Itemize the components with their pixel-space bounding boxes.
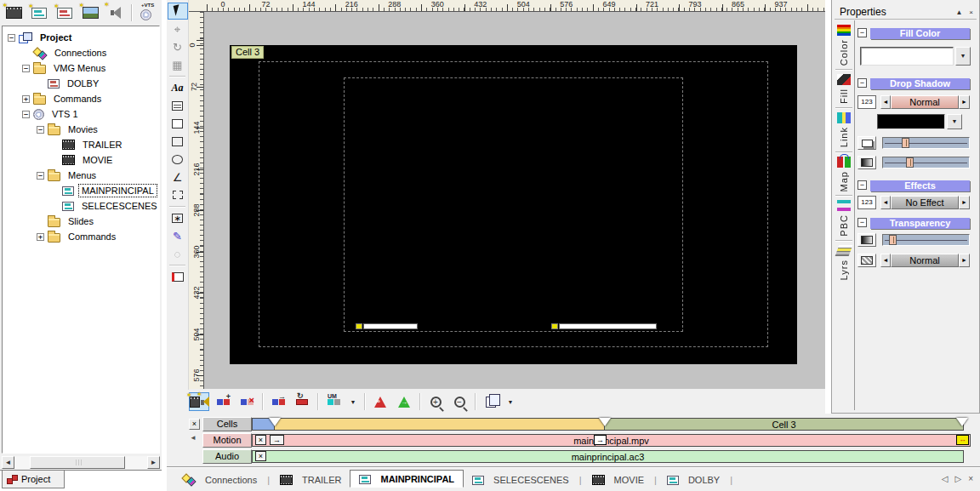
shadow-mode-value[interactable]: Normal [891,95,959,109]
transparency-slider[interactable] [882,234,970,246]
copy-button[interactable] [481,392,501,411]
tree-item-trailer[interactable]: TRAILER [3,137,159,152]
playhead-marker[interactable]: → [594,435,607,445]
collapse-expander[interactable]: − [22,65,30,72]
frame-rectangle-tool[interactable] [168,133,188,150]
transparency-value[interactable]: Normal [891,254,959,267]
properties-tab-map[interactable]: Map [834,152,854,195]
document-tab-trailer[interactable]: TRAILER [271,472,350,488]
tree-item-movie[interactable]: MOVIE [3,152,159,168]
group-select-tool[interactable] [168,186,188,203]
text-tool[interactable]: Aa [168,79,188,96]
collapse-expander[interactable]: − [37,126,44,134]
forced-play-button[interactable]: → [394,392,414,411]
effects-prev-button[interactable]: ◄ [880,196,891,209]
shadow-blur-button[interactable] [858,156,876,169]
expand-expander[interactable]: + [37,233,44,241]
effects-numeric-button[interactable]: 123 [858,196,876,209]
tree-item-movies[interactable]: −Movies [3,122,159,137]
properties-tab-lyrs[interactable]: Lyrs [834,241,854,283]
motion-loop-badge[interactable]: ↔ [956,435,969,445]
new-audio-button[interactable] [105,3,126,22]
new-movie-button[interactable] [3,3,24,22]
grid-tool[interactable]: ▦ [168,56,188,73]
motion-track-clip[interactable]: mainprincipal.mpv [252,434,971,447]
track-label-audio[interactable]: Audio [202,449,252,464]
project-tree-hscrollbar[interactable]: ◄ ► [2,456,160,469]
scroll-right-button[interactable]: ► [147,456,160,469]
mask-tool[interactable]: ◌ [168,245,188,262]
properties-tab-pbc[interactable]: PBC [834,196,854,240]
ellipse-tool[interactable] [168,151,188,168]
zoom-in-button[interactable]: + [425,392,446,411]
scroll-left-button[interactable]: ◄ [2,456,14,469]
transparency-prev-button[interactable]: ◄ [880,254,891,267]
timeline-collapse-button[interactable]: ◄ [190,434,197,442]
slider-handle[interactable] [889,235,897,245]
new-menu-button[interactable] [29,3,49,22]
collapse-expander[interactable]: − [8,34,15,42]
chapter-marker[interactable] [599,418,611,426]
tab-close-button[interactable]: × [968,474,973,483]
tree-item-dolby[interactable]: DOLBY [3,76,159,91]
menu-button-object[interactable] [356,323,419,329]
loop-cell-button[interactable]: ↻ [292,392,312,411]
shadow-offset-button[interactable] [858,136,876,150]
document-tab-mainprincipal[interactable]: MAINPRINCIPAL [350,470,464,488]
close-panel-button[interactable]: × [966,9,977,16]
tree-item-menus[interactable]: −Menus [3,168,159,183]
audio-remove-button[interactable]: × [255,451,266,461]
properties-tab-color[interactable]: Color [834,20,854,69]
copy-dropdown-button[interactable]: ▼ [504,392,516,411]
chapter-marker[interactable] [956,418,968,426]
collapse-transparency-button[interactable]: − [858,218,867,227]
tab-nav-right-button[interactable]: ▷ [954,474,961,483]
add-vts-button[interactable]: +VTS [137,3,157,22]
shadow-offset-slider[interactable] [882,137,970,149]
transparency-mode-button[interactable] [858,254,876,267]
collapse-effects-button[interactable]: − [858,180,867,190]
pin-panel-button[interactable]: ▲ [952,9,966,16]
drop-shadow-section-header[interactable]: Drop Shadow [870,78,970,89]
tree-item-mainprincipal[interactable]: MAINPRINCIPAL [3,183,159,198]
new-vmg-menu-button[interactable] [54,3,75,22]
cell-segment-2[interactable] [274,418,605,431]
preview-cell-button[interactable] [189,392,209,411]
slider-handle[interactable] [902,138,909,148]
infinite-still-button[interactable]: ∞ [370,392,390,411]
shadow-mode-prev-button[interactable]: ◄ [880,95,891,109]
fill-color-swatch[interactable] [860,47,954,66]
video-frame-tool[interactable] [168,268,188,285]
shadow-mode-next-button[interactable]: ► [959,95,970,109]
document-tab-movie[interactable]: MOVIE [584,472,652,488]
chapter-marker[interactable] [269,418,281,426]
shadow-color-swatch[interactable] [877,114,945,129]
tree-item-commands[interactable]: +Commands [3,91,159,106]
document-tab-connections[interactable]: Connections [174,471,265,488]
cell-segment-3[interactable]: Cell 3 [604,418,964,431]
properties-tab-link[interactable]: Link [834,108,854,151]
fill-color-section-header[interactable]: Fill Color [870,28,970,39]
pointer-tool[interactable] [168,3,188,20]
transparency-next-button[interactable]: ► [959,254,970,267]
draw-tool[interactable]: ✎ [168,227,188,244]
collapse-expander[interactable]: − [22,111,30,118]
transparency-amount-button[interactable] [858,233,876,247]
audio-track-clip[interactable]: mainprincipal.ac3 [252,450,964,463]
shadow-color-dropdown[interactable]: ▼ [947,114,962,129]
track-label-motion[interactable]: Motion [202,433,252,448]
scrollbar-track[interactable] [14,456,147,469]
shadow-numeric-button[interactable]: 123 [858,95,876,109]
expand-expander[interactable]: + [22,95,30,103]
properties-tab-fill[interactable]: Fill [834,70,854,107]
tree-item-vts-1[interactable]: −VTS 1 [3,106,159,122]
track-label-cells[interactable]: Cells [202,417,252,431]
tree-item-project[interactable]: −Project [3,30,159,45]
cell-link-button[interactable]: → [268,392,288,411]
uop-dropdown-button[interactable]: ▼ [347,392,359,411]
document-tab-selecescenes[interactable]: SELECESCENES [464,472,578,488]
tree-item-commands[interactable]: +Commands [3,229,159,244]
uop-button[interactable]: UM [323,392,344,411]
motion-offset-button[interactable]: → [270,435,284,445]
document-tab-dolby[interactable]: DOLBY [658,472,728,488]
